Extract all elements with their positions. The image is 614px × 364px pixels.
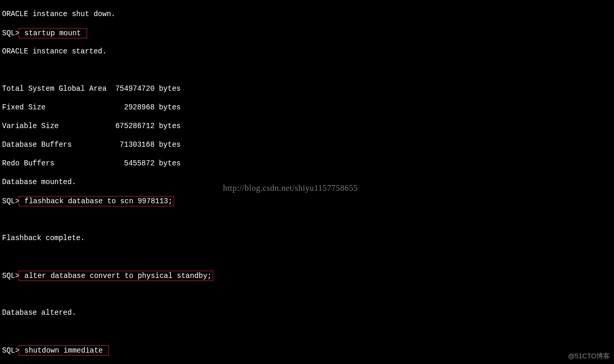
- output-line: Database altered.: [2, 308, 612, 317]
- output-line: Redo Buffers 5455872 bytes: [2, 159, 612, 168]
- output-line: Flashback complete.: [2, 233, 612, 243]
- command-line: SQL> flashback database to scn 9978113;: [2, 196, 612, 205]
- highlighted-command: startup mount: [19, 28, 87, 38]
- blank-line: [2, 289, 612, 299]
- command-line: SQL> startup mount: [2, 28, 612, 37]
- attribution-text: @51CTO博客: [568, 352, 610, 361]
- blank-line: [2, 65, 612, 75]
- command-line: SQL> shutdown immediate: [2, 345, 612, 355]
- blank-line: [2, 327, 612, 336]
- highlighted-command: flashback database to scn 9978113;: [19, 196, 174, 206]
- output-line: Fixed Size 2928968 bytes: [2, 103, 612, 112]
- output-line: ORACLE instance started.: [2, 47, 612, 56]
- blank-line: [2, 252, 612, 261]
- terminal-output: ORACLE instance shut down. SQL> startup …: [2, 0, 612, 364]
- command-line: SQL> alter database convert to physical …: [2, 271, 612, 280]
- output-line: Total System Global Area 754974720 bytes: [2, 84, 612, 93]
- blank-line: [2, 215, 612, 224]
- output-line: Variable Size 675286712 bytes: [2, 121, 612, 131]
- output-line: ORACLE instance shut down.: [2, 9, 612, 19]
- output-line: Database Buffers 71303168 bytes: [2, 140, 612, 149]
- highlighted-command: shutdown immediate: [19, 345, 109, 356]
- output-line: Database mounted.: [2, 177, 612, 187]
- highlighted-command: alter database convert to physical stand…: [19, 271, 214, 281]
